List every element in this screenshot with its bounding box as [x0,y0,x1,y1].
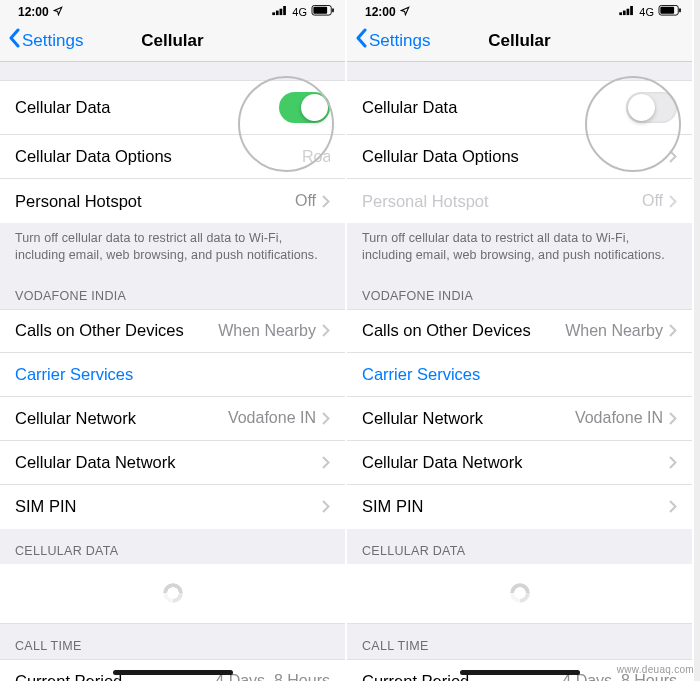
back-button[interactable]: Settings [8,28,83,53]
svg-rect-13 [679,8,681,12]
row-label: Cellular Data [362,98,457,117]
row-cellular-network[interactable]: Cellular Network Vodafone IN [0,397,345,441]
row-personal-hotspot[interactable]: Personal Hotspot Off [0,179,345,223]
group-header-carrier: Vodafone India [0,274,345,309]
battery-icon [311,5,335,19]
phone-left: 12:00 4G Settings [0,0,347,681]
spinner-icon [510,583,530,603]
signal-icon [619,5,635,19]
row-value: 4 Days, 8 Hours [215,672,330,681]
row-label: Carrier Services [362,365,480,384]
row-value: When Nearby [218,322,316,340]
svg-rect-2 [280,8,283,14]
group-carrier: Calls on Other Devices When Nearby Carri… [347,309,692,529]
row-sim-pin[interactable]: SIM PIN [347,485,692,529]
svg-rect-3 [283,6,286,15]
chevron-right-icon [669,456,677,469]
row-label: Cellular Data Network [362,453,522,472]
row-cellular-network[interactable]: Cellular Network Vodafone IN [347,397,692,441]
row-cellular-data[interactable]: Cellular Data [347,80,692,135]
row-cellular-data-options[interactable]: Cellular Data Options Roa [0,135,345,179]
status-time: 12:00 [365,5,396,19]
status-bar: 12:00 4G [347,0,692,20]
row-label: Cellular Data Options [362,147,519,166]
row-cellular-data[interactable]: Cellular Data [0,80,345,135]
loading-row [0,564,345,624]
svg-rect-12 [660,6,674,13]
row-label: Calls on Other Devices [15,321,184,340]
row-label: Calls on Other Devices [362,321,531,340]
location-icon [53,5,63,19]
row-label: SIM PIN [15,497,76,516]
row-label: Cellular Network [15,409,136,428]
group-header-call-time: Call Time [347,624,692,659]
group-header-cellular-usage: Cellular Data [347,529,692,564]
home-indicator[interactable] [113,670,233,675]
row-carrier-services[interactable]: Carrier Services [347,353,692,397]
chevron-right-icon [322,500,330,513]
status-time: 12:00 [18,5,49,19]
row-label: Cellular Data Network [15,453,175,472]
back-label: Settings [369,31,430,51]
svg-rect-8 [623,10,626,15]
group-cellular-data: Cellular Data Cellular Data Options Pers… [347,80,692,223]
row-value: Vodafone IN [228,409,316,427]
group-header-cellular-usage: Cellular Data [0,529,345,564]
row-calls-other-devices[interactable]: Calls on Other Devices When Nearby [0,309,345,353]
chevron-left-icon [355,28,367,53]
svg-rect-7 [620,12,623,15]
signal-icon [272,5,288,19]
row-value: Roa [302,148,330,166]
back-button[interactable]: Settings [355,28,430,53]
chevron-left-icon [8,28,20,53]
chevron-right-icon [322,324,330,337]
spinner-icon [163,583,183,603]
chevron-right-icon [669,500,677,513]
row-value: When Nearby [565,322,663,340]
chevron-right-icon [669,412,677,425]
group-header-carrier: Vodafone India [347,274,692,309]
chevron-right-icon [669,324,677,337]
row-label: Cellular Network [362,409,483,428]
svg-rect-5 [313,6,327,13]
row-personal-hotspot: Personal Hotspot Off [347,179,692,223]
nav-bar: Settings Cellular [0,20,345,62]
svg-rect-0 [273,12,276,15]
toggle-cellular-data[interactable] [279,92,330,123]
nav-bar: Settings Cellular [347,20,692,62]
group-footer: Turn off cellular data to restrict all d… [0,223,345,274]
chevron-right-icon [669,150,677,163]
chevron-right-icon [669,195,677,208]
battery-icon [658,5,682,19]
row-carrier-services[interactable]: Carrier Services [0,353,345,397]
chevron-right-icon [322,195,330,208]
svg-rect-10 [630,6,633,15]
svg-rect-6 [332,8,334,12]
svg-rect-9 [627,8,630,14]
row-label: Current Period [15,672,122,681]
network-type: 4G [639,6,654,18]
comparison-canvas: 12:00 4G Settings [0,0,700,681]
row-cellular-data-network[interactable]: Cellular Data Network [347,441,692,485]
status-bar: 12:00 4G [0,0,345,20]
home-indicator[interactable] [460,670,580,675]
group-carrier: Calls on Other Devices When Nearby Carri… [0,309,345,529]
phone-right: 12:00 4G Settings [347,0,694,681]
row-cellular-data-network[interactable]: Cellular Data Network [0,441,345,485]
group-header-call-time: Call Time [0,624,345,659]
row-value: Off [642,192,663,210]
row-label: Carrier Services [15,365,133,384]
row-value: Off [295,192,316,210]
row-sim-pin[interactable]: SIM PIN [0,485,345,529]
group-cellular-data: Cellular Data Cellular Data Options Roa … [0,80,345,223]
network-type: 4G [292,6,307,18]
group-footer: Turn off cellular data to restrict all d… [347,223,692,274]
chevron-right-icon [322,412,330,425]
loading-row [347,564,692,624]
toggle-cellular-data[interactable] [626,92,677,123]
row-cellular-data-options[interactable]: Cellular Data Options [347,135,692,179]
row-calls-other-devices[interactable]: Calls on Other Devices When Nearby [347,309,692,353]
watermark: www.deuaq.com [617,664,694,675]
row-label: SIM PIN [362,497,423,516]
svg-rect-1 [276,10,279,15]
